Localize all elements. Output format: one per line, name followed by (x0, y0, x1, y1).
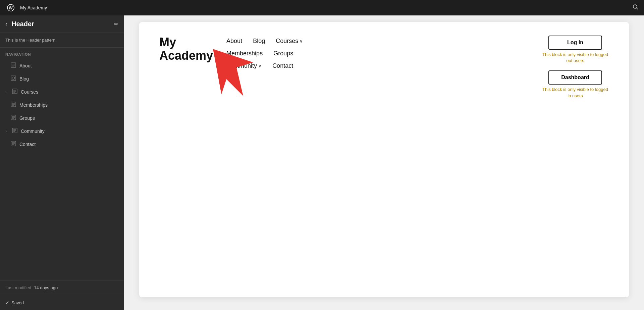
sidebar-item-community-label: Community (21, 128, 45, 134)
page-icon (11, 62, 16, 69)
chevron-down-icon-community: ∨ (258, 63, 262, 68)
header-preview: My Academy About Blog Courses ∨ Membersh… (159, 36, 609, 99)
svg-point-9 (12, 77, 15, 80)
dashboard-button-group: Dashboard This block is only visible to … (542, 70, 609, 99)
sidebar-item-about[interactable]: About (0, 59, 124, 72)
sidebar-item-memberships-label: Memberships (19, 102, 48, 108)
sidebar: ‹ Header ✏ This is the Header pattern. N… (0, 15, 124, 310)
sidebar-item-groups-label: Groups (19, 115, 35, 121)
saved-label: Saved (11, 300, 24, 305)
back-button[interactable]: ‹ (5, 20, 7, 28)
last-modified-value: 14 days ago (34, 285, 58, 290)
page-icon-contact (11, 141, 16, 147)
sidebar-footer: Last modified 14 days ago (0, 280, 124, 295)
sidebar-item-community[interactable]: › Community (0, 124, 124, 138)
search-icon[interactable] (633, 4, 639, 11)
login-button[interactable]: Log in (548, 36, 602, 50)
sidebar-item-contact[interactable]: Contact (0, 138, 124, 151)
sidebar-header: ‹ Header ✏ (0, 15, 124, 33)
check-icon: ✓ (5, 300, 9, 305)
chevron-down-icon: ∨ (300, 39, 303, 44)
last-modified-row: Last modified 14 days ago (5, 285, 118, 290)
login-note: This block is only visible to logged out… (542, 52, 609, 64)
dashboard-note: This block is only visible to logged in … (542, 87, 609, 99)
site-logo: My Academy (159, 36, 213, 62)
main-layout: ‹ Header ✏ This is the Header pattern. N… (0, 15, 644, 310)
saved-row: ✓ Saved (0, 295, 124, 310)
top-bar: W My Academy (0, 0, 644, 15)
nav-items-list: About Blog › (0, 59, 124, 280)
sidebar-description: This is the Header pattern. (0, 33, 124, 48)
nav-row-1: About Blog Courses ∨ (226, 38, 528, 45)
page-icon-community (12, 128, 17, 134)
site-name: My Academy (20, 5, 47, 10)
sidebar-item-about-label: About (19, 63, 32, 68)
dashboard-button[interactable]: Dashboard (548, 70, 602, 85)
nav-link-about[interactable]: About (226, 38, 242, 45)
nav-link-contact[interactable]: Contact (272, 62, 293, 69)
page-icon-courses (12, 89, 17, 95)
page-icon-blog (11, 75, 16, 82)
svg-text:W: W (9, 6, 13, 10)
wordpress-logo[interactable]: W (5, 2, 16, 13)
preview-card: My Academy About Blog Courses ∨ Membersh… (139, 22, 629, 297)
sidebar-item-courses[interactable]: › Courses (0, 85, 124, 98)
page-icon-groups (11, 115, 16, 121)
svg-line-3 (637, 8, 638, 10)
sidebar-item-groups[interactable]: Groups (0, 111, 124, 124)
svg-rect-8 (11, 76, 16, 81)
expand-chevron-courses: › (5, 90, 7, 94)
sidebar-item-contact-label: Contact (19, 142, 36, 147)
nav-row-2: Memberships Groups (226, 50, 528, 57)
auth-buttons: Log in This block is only visible to log… (542, 36, 609, 99)
nav-link-community[interactable]: Community ∨ (226, 62, 262, 69)
sidebar-title: Header (11, 20, 114, 28)
navigation-preview: About Blog Courses ∨ Memberships Groups … (226, 36, 528, 69)
preview-area: My Academy About Blog Courses ∨ Membersh… (124, 15, 644, 310)
nav-link-groups[interactable]: Groups (273, 50, 293, 57)
sidebar-item-blog[interactable]: Blog (0, 72, 124, 85)
page-icon-memberships (11, 102, 16, 108)
nav-link-blog[interactable]: Blog (253, 38, 265, 45)
edit-icon[interactable]: ✏ (114, 21, 118, 27)
sidebar-item-memberships[interactable]: Memberships (0, 98, 124, 111)
last-modified-label: Last modified (5, 285, 31, 290)
nav-row-3: Community ∨ Contact (226, 62, 528, 69)
sidebar-item-blog-label: Blog (19, 76, 29, 82)
nav-link-courses[interactable]: Courses ∨ (276, 38, 303, 45)
login-button-group: Log in This block is only visible to log… (542, 36, 609, 64)
nav-section-label: NAVIGATION (0, 48, 124, 59)
expand-chevron-community: › (5, 129, 7, 134)
nav-link-memberships[interactable]: Memberships (226, 50, 263, 57)
sidebar-item-courses-label: Courses (21, 89, 38, 95)
